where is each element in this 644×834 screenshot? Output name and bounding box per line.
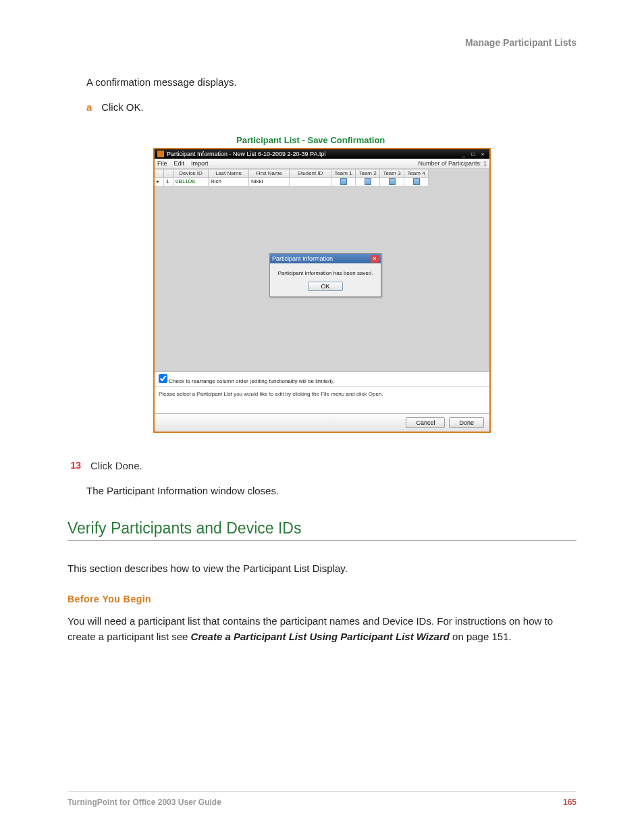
menu-import[interactable]: Import xyxy=(191,160,209,167)
cell-device-id[interactable]: 0B11D8 xyxy=(173,178,209,186)
checkbox-icon[interactable] xyxy=(413,178,420,185)
footer-title: TurningPoint for Office 2003 User Guide xyxy=(68,798,221,807)
before-you-begin-heading: Before You Begin xyxy=(68,594,576,604)
col-first-name[interactable]: First Name xyxy=(249,169,290,178)
checkbox-icon[interactable] xyxy=(365,178,371,185)
before-you-begin-text: You will need a participant list that co… xyxy=(68,614,576,644)
row-header-num xyxy=(164,169,173,178)
ok-button[interactable]: OK xyxy=(308,282,342,291)
col-team1[interactable]: Team 1 xyxy=(331,169,356,178)
col-device-id[interactable]: Device ID xyxy=(173,169,209,178)
cell-team4[interactable] xyxy=(404,178,429,186)
checkbox-icon[interactable] xyxy=(389,178,396,185)
rearrange-checkbox-row[interactable]: Check to rearrange column order (editing… xyxy=(155,371,489,386)
figure-caption: Participant List - Save Confirmation xyxy=(236,135,576,145)
col-last-name[interactable]: Last Name xyxy=(209,169,249,178)
cell-rownum: 1 xyxy=(164,178,173,186)
substep-letter: a xyxy=(86,100,99,115)
col-team2[interactable]: Team 2 xyxy=(356,169,380,178)
rearrange-checkbox[interactable] xyxy=(159,374,167,383)
confirmation-dialog: Participant Information × Participant In… xyxy=(269,253,381,297)
row-pointer-icon: ▸ xyxy=(155,178,164,186)
step-number: 13 xyxy=(68,460,81,471)
menu-file[interactable]: File xyxy=(157,160,167,167)
section-heading: Verify Participants and Device IDs xyxy=(68,519,576,541)
rearrange-label: Check to rearrange column order (editing… xyxy=(169,378,334,384)
row-header-blank xyxy=(155,169,164,178)
dialog-title: Participant Information xyxy=(272,255,371,262)
participant-count: Number of Participants: 1 xyxy=(418,160,487,167)
bottom-bar: Cancel Done xyxy=(155,413,489,432)
intro-text: A confirmation message displays. xyxy=(86,75,576,90)
window-title: Participant Information - New List 6-10-… xyxy=(167,151,460,157)
dialog-message: Participant Information has been saved. xyxy=(274,270,377,276)
cancel-button[interactable]: Cancel xyxy=(406,417,445,428)
before-text-post: on page 151. xyxy=(450,631,512,642)
page-footer: TurningPoint for Office 2003 User Guide … xyxy=(68,791,576,807)
cell-team3[interactable] xyxy=(380,178,404,186)
col-team4[interactable]: Team 4 xyxy=(404,169,429,178)
col-team3[interactable]: Team 3 xyxy=(380,169,404,178)
dialog-close-icon[interactable]: × xyxy=(371,255,379,263)
screenshot-window: Participant Information - New List 6-10-… xyxy=(153,148,491,433)
app-icon xyxy=(157,151,164,157)
section-intro: This section describes how to view the P… xyxy=(68,561,576,577)
maximize-icon[interactable]: □ xyxy=(469,151,477,157)
cell-student-id[interactable] xyxy=(290,178,331,186)
cell-first-name[interactable]: Nikki xyxy=(249,178,290,186)
cell-team2[interactable] xyxy=(356,178,380,186)
menubar: File Edit Import Number of Participants:… xyxy=(155,159,489,169)
instruction-text: Please select a Participant List you wou… xyxy=(155,386,489,413)
col-student-id[interactable]: Student ID xyxy=(290,169,331,178)
minimize-icon[interactable]: _ xyxy=(460,151,468,157)
step-after-text: The Participant Information window close… xyxy=(86,484,576,499)
page-header-right: Manage Participant Lists xyxy=(68,37,576,48)
grid-area: Device ID Last Name First Name Student I… xyxy=(155,169,489,371)
titlebar: Participant Information - New List 6-10-… xyxy=(155,149,489,159)
checkbox-icon[interactable] xyxy=(340,178,347,185)
cell-team1[interactable] xyxy=(331,178,356,186)
page-number: 165 xyxy=(563,798,576,807)
menu-edit[interactable]: Edit xyxy=(174,160,185,167)
table-row[interactable]: ▸ 1 0B11D8 Rich Nikki xyxy=(155,178,489,186)
cell-last-name[interactable]: Rich xyxy=(209,178,249,186)
cross-reference-link[interactable]: Create a Participant List Using Particip… xyxy=(191,631,450,642)
close-icon[interactable]: × xyxy=(479,151,487,157)
done-button[interactable]: Done xyxy=(449,417,484,428)
step-text: Click Done. xyxy=(90,460,576,471)
substep-text: Click OK. xyxy=(101,101,144,113)
